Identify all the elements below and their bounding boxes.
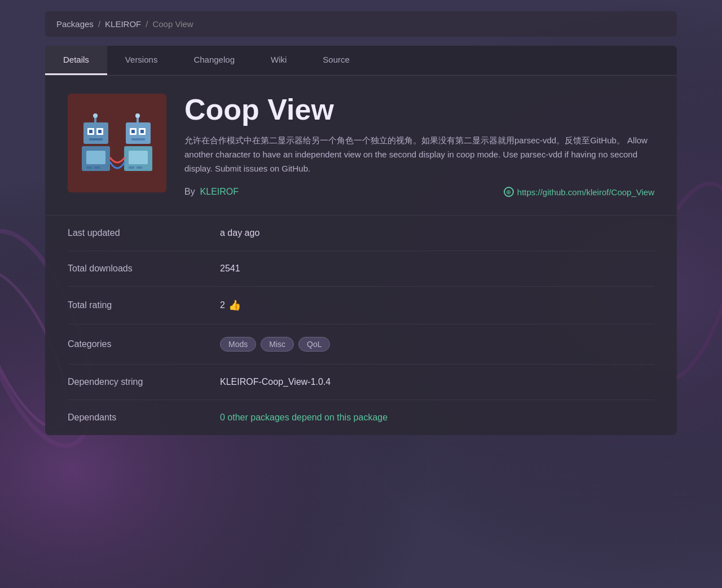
package-meta: By KLEIROF ⊕ https://github.com/kleirof/… — [184, 187, 654, 197]
package-url[interactable]: ⊕ https://github.com/kleirof/Coop_View — [504, 187, 654, 197]
package-title: Coop View — [184, 94, 654, 126]
total-rating-value: 2 👍 — [220, 299, 241, 311]
total-rating-label: Total rating — [68, 300, 197, 310]
package-author: By KLEIROF — [184, 187, 239, 197]
svg-rect-24 — [131, 138, 145, 141]
svg-rect-19 — [126, 122, 151, 144]
author-prefix: By — [184, 187, 195, 196]
detail-row-last-updated: Last updated a day ago — [68, 216, 654, 251]
detail-row-total-rating: Total rating 2 👍 — [68, 287, 654, 324]
total-downloads-value: 2541 — [220, 264, 240, 274]
svg-rect-28 — [129, 151, 148, 164]
tab-source[interactable]: Source — [305, 46, 368, 75]
svg-rect-16 — [86, 151, 105, 164]
dependency-string-value: KLEIROF-Coop_View-1.0.4 — [220, 377, 331, 387]
svg-point-14 — [93, 113, 98, 118]
total-downloads-label: Total downloads — [68, 264, 197, 274]
breadcrumb-sep1: / — [98, 19, 100, 29]
tab-changelog[interactable]: Changelog — [175, 46, 253, 75]
last-updated-value: a day ago — [220, 228, 259, 238]
badge-qol[interactable]: QoL — [298, 337, 330, 352]
svg-rect-17 — [86, 166, 92, 169]
globe-icon: ⊕ — [504, 187, 514, 197]
tab-bar: Details Versions Changelog Wiki Source — [45, 46, 677, 76]
categories-value: Mods Misc QoL — [220, 337, 330, 352]
svg-rect-12 — [89, 138, 103, 141]
svg-rect-29 — [129, 166, 134, 169]
svg-rect-11 — [98, 130, 102, 133]
tab-wiki[interactable]: Wiki — [253, 46, 305, 75]
badge-mods[interactable]: Mods — [220, 337, 256, 352]
svg-point-26 — [135, 113, 140, 118]
rating-display: 2 👍 — [220, 299, 241, 311]
breadcrumb-sep2: / — [146, 19, 148, 29]
package-url-text: https://github.com/kleirof/Coop_View — [517, 187, 654, 197]
dependency-string-label: Dependency string — [68, 377, 197, 387]
breadcrumb-packages[interactable]: Packages — [56, 19, 94, 29]
categories-label: Categories — [68, 339, 197, 349]
package-icon — [68, 94, 166, 192]
last-updated-label: Last updated — [68, 228, 197, 238]
rating-number: 2 — [220, 300, 225, 310]
package-info: Coop View 允许在合作模式中在第二显示器给另一个角色一个独立的视角。如果… — [184, 94, 654, 197]
breadcrumb-kleirof[interactable]: KLEIROF — [105, 19, 141, 29]
details-table: Last updated a day ago Total downloads 2… — [45, 216, 677, 435]
tab-details[interactable]: Details — [45, 46, 107, 75]
badge-misc[interactable]: Misc — [261, 337, 294, 352]
breadcrumb: Packages / KLEIROF / Coop View — [45, 11, 677, 37]
detail-row-total-downloads: Total downloads 2541 — [68, 251, 654, 287]
author-link[interactable]: KLEIROF — [200, 187, 239, 196]
package-description: 允许在合作模式中在第二显示器给另一个角色一个独立的视角。如果没有第二显示器就用p… — [184, 134, 654, 175]
tab-versions[interactable]: Versions — [107, 46, 176, 75]
breadcrumb-current: Coop View — [152, 19, 193, 29]
detail-row-categories: Categories Mods Misc QoL — [68, 324, 654, 365]
detail-row-dependants: Dependants 0 other packages depend on th… — [68, 400, 654, 435]
svg-rect-7 — [83, 122, 108, 144]
svg-rect-23 — [140, 130, 144, 133]
svg-rect-10 — [89, 130, 93, 133]
main-card: Details Versions Changelog Wiki Source — [45, 46, 677, 435]
svg-rect-22 — [131, 130, 135, 133]
svg-rect-30 — [137, 166, 142, 169]
dependants-label: Dependants — [68, 413, 197, 423]
dependants-value[interactable]: 0 other packages depend on this package — [220, 413, 388, 423]
thumbs-up-icon: 👍 — [228, 299, 241, 311]
svg-rect-18 — [94, 166, 100, 169]
package-header: Coop View 允许在合作模式中在第二显示器给另一个角色一个独立的视角。如果… — [45, 76, 677, 216]
detail-row-dependency: Dependency string KLEIROF-Coop_View-1.0.… — [68, 365, 654, 400]
category-badges: Mods Misc QoL — [220, 337, 330, 352]
